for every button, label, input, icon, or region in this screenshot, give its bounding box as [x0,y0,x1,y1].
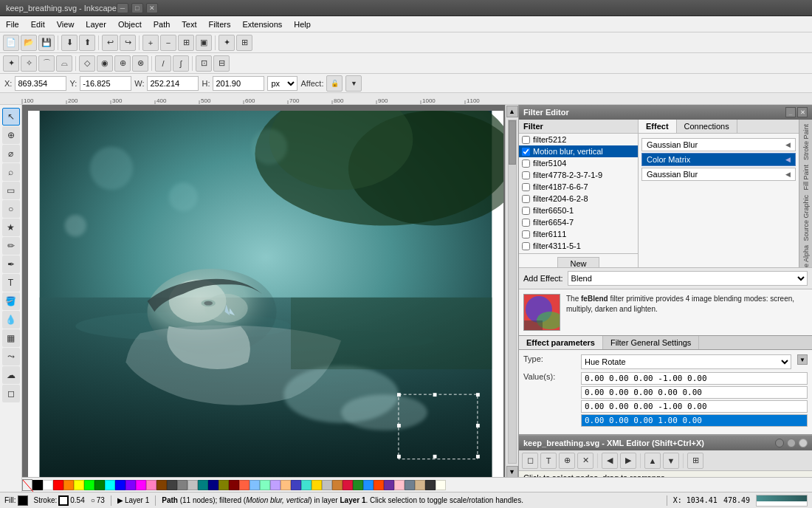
vscroll-track[interactable] [508,120,517,464]
no-color-swatch[interactable] [22,479,32,491]
import-button[interactable]: ⬇ [61,35,78,51]
palette-forest[interactable] [353,480,363,490]
save-button[interactable]: 💾 [38,35,55,51]
palette-mint[interactable] [260,480,270,490]
palette-yellow[interactable] [74,480,84,490]
x-input[interactable] [15,76,66,91]
menu-filters[interactable]: Filters [203,18,237,30]
palette-green[interactable] [94,480,105,490]
new-button[interactable]: 📄 [3,35,19,51]
palette-navy[interactable] [208,480,219,490]
effect-node-colormatrix[interactable]: Color Matrix ◀ [641,153,796,166]
star-tool[interactable]: ★ [2,219,20,236]
palette-white[interactable] [43,480,53,490]
filter-item-filter6650[interactable]: filter6650-1 [519,205,638,216]
palette-blue[interactable] [115,480,125,490]
palette-lime[interactable] [84,480,94,490]
palette-indigo[interactable] [291,480,301,490]
snap-button[interactable]: ✦ [219,35,235,51]
tab-connections[interactable]: Connections [677,120,737,133]
filter-check-filter4204[interactable] [522,195,530,203]
tab-filter-general[interactable]: Filter General Settings [603,336,699,349]
tweak-tool[interactable]: ⌀ [2,145,20,162]
palette-gray3[interactable] [187,480,198,490]
filter-item-filter5212[interactable]: filter5212 [519,134,638,145]
palette-blush[interactable] [394,480,405,490]
filter-editor-close[interactable]: ✕ [797,107,808,117]
node-tool[interactable]: ⊕ [2,126,20,144]
maximize-button[interactable]: □ [131,3,143,13]
palette-tan[interactable] [415,480,425,490]
text-tool[interactable]: T [2,274,20,292]
show-handles-button[interactable]: ⊡ [196,55,212,72]
filter-check-filter6111[interactable] [522,230,530,238]
filter-item-filter5104[interactable]: filter5104 [519,157,638,169]
hide-handles-button[interactable]: ⊟ [213,55,230,72]
xml-select-child[interactable]: ⊞ [687,453,703,469]
zoom-in-button[interactable]: + [142,35,159,51]
xml-indent[interactable]: ▶ [620,453,636,469]
filter-check-filter5104[interactable] [522,159,530,168]
filter-check-filter4311[interactable] [522,242,530,250]
canvas-area[interactable]: ◀ ▶ ▲ ▼ [22,105,518,492]
palette-magenta[interactable] [136,480,146,490]
menu-object[interactable]: Object [112,18,148,30]
export-button[interactable]: ⬆ [79,35,95,51]
filter-editor-minimize[interactable]: _ [785,107,796,117]
canvas-vscrollbar[interactable]: ▲ ▼ [505,105,518,478]
tab-effect[interactable]: Effect [639,120,677,133]
xml-new-attr[interactable]: ⊕ [559,453,575,469]
palette-turquoise[interactable] [301,480,312,490]
matrix-row-2[interactable]: 0.00 0.00 0.00 0.00 0.00 [581,386,808,399]
grid-button[interactable]: ⊞ [236,35,252,51]
sidebar-stroke-paint[interactable]: Stroke Paint [802,123,810,162]
filter-check-motion-blur[interactable] [522,148,530,156]
palette-brown[interactable] [156,480,167,490]
filter-item-filter4204[interactable]: filter4204-6-2-8 [519,193,638,205]
spray-tool[interactable]: ☁ [2,366,20,384]
connector-tool[interactable]: ⤳ [2,348,20,365]
type-select[interactable]: Hue Rotate Matrix Saturate Luminance To … [581,354,791,369]
matrix-row-4[interactable]: 0.00 0.00 0.00 1.00 0.00 [581,414,808,427]
affect-options-button[interactable]: ▼ [345,75,362,92]
palette-lavender[interactable] [270,480,281,490]
node-auto-button[interactable]: ⊗ [132,55,148,72]
palette-black[interactable] [32,480,43,490]
new-filter-button[interactable]: New [557,257,599,267]
palette-maroon[interactable] [229,480,239,490]
filter-check-filter4778[interactable] [522,171,530,179]
xml-move-up[interactable]: ▲ [644,453,661,469]
xml-move-down[interactable]: ▼ [663,453,679,469]
add-effect-select[interactable]: Blend Blur ColorMatrix Composite [568,271,808,286]
filter-check-filter6650[interactable] [522,207,530,215]
filter-item-filter4311[interactable]: filter4311-5-1 [519,240,638,252]
palette-bronze[interactable] [332,480,343,490]
palette-pink[interactable] [146,480,156,490]
node-add-button[interactable]: ✦ [3,55,19,72]
palette-teal[interactable] [198,480,208,490]
node-smooth-button[interactable]: ◉ [97,55,113,72]
palette-ocean[interactable] [363,480,374,490]
xml-new-element[interactable]: ◻ [522,453,538,469]
filter-item-filter4778[interactable]: filter4778-2-3-7-1-9 [519,169,638,181]
menu-help[interactable]: Help [288,18,317,30]
palette-red[interactable] [53,480,63,490]
node-join-button[interactable]: ⌒ [38,55,55,72]
stroke-color-swatch[interactable] [58,495,69,506]
tab-effect-parameters[interactable]: Effect parameters [519,336,603,349]
h-input[interactable] [213,76,264,91]
effect-node-gaussian2[interactable]: Gaussian Blur ◀ [641,168,796,181]
palette-coral[interactable] [239,480,250,490]
palette-sky[interactable] [250,480,260,490]
gradient-tool[interactable]: ▦ [2,329,20,347]
palette-gray2[interactable] [177,480,187,490]
node-delete-button[interactable]: ✧ [21,55,37,72]
menu-view[interactable]: View [51,18,80,30]
palette-crimson[interactable] [343,480,353,490]
matrix-row-1[interactable]: 0.00 0.00 0.00 -1.00 0.00 [581,372,808,385]
node-symmetric-button[interactable]: ⊕ [114,55,131,72]
node-corner-button[interactable]: ◇ [79,55,95,72]
palette-grape[interactable] [384,480,394,490]
y-input[interactable] [80,76,131,91]
layer-label[interactable]: Layer 1 [125,496,149,504]
